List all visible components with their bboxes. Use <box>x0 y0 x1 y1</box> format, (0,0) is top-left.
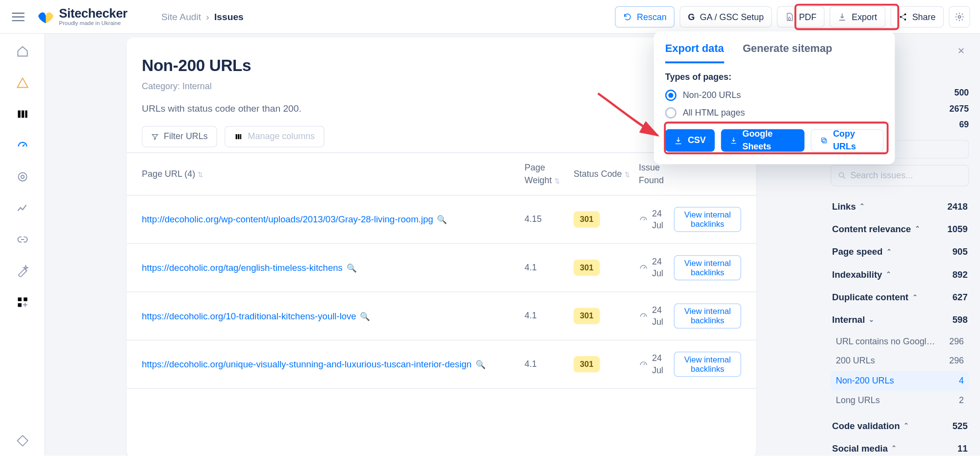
manage-columns-button[interactable]: Manage columns <box>225 126 324 147</box>
sidebar-stat-1: 2675 <box>949 102 969 115</box>
view-internal-backlinks-button[interactable]: View internal backlinks <box>674 255 741 280</box>
download-icon <box>674 136 683 144</box>
search-issues-input[interactable]: Search issues... <box>831 165 969 186</box>
radio-non-200-urls[interactable]: Non-200 URLs <box>665 89 883 101</box>
table-row: http://decoholic.org/wp-content/uploads/… <box>127 196 756 244</box>
issue-group[interactable]: Duplicate content ⌃627 <box>831 286 969 309</box>
columns-icon <box>234 133 243 140</box>
view-internal-backlinks-button[interactable]: View internal backlinks <box>674 304 741 329</box>
table-row: https://decoholic.org/10-traditional-kit… <box>127 292 756 341</box>
issue-group[interactable]: Indexability ⌃892 <box>831 263 969 286</box>
copy-urls-button[interactable]: Copy URLs <box>811 129 883 151</box>
issue-subitem[interactable]: Non-200 URLs4 <box>831 371 969 390</box>
chevron-up-icon: ⌃ <box>891 444 896 453</box>
nav-target-icon[interactable] <box>14 168 31 186</box>
menu-toggle-icon[interactable] <box>10 8 26 24</box>
group-count: 2418 <box>947 200 967 213</box>
download-icon <box>838 12 847 21</box>
issue-group[interactable]: Page speed ⌃905 <box>831 240 969 263</box>
page-category: Category: Internal <box>142 80 741 93</box>
group-count: 905 <box>953 245 968 258</box>
svg-rect-9 <box>18 297 21 301</box>
group-count: 525 <box>953 419 968 432</box>
nav-magic-icon[interactable] <box>14 262 31 280</box>
tab-generate-sitemap[interactable]: Generate sitemap <box>743 41 832 63</box>
inspect-icon[interactable]: 🔍 <box>476 360 485 369</box>
issue-subitem[interactable]: Long URLs2 <box>831 391 969 410</box>
page-url-link[interactable]: https://decoholic.org/10-traditional-kit… <box>142 311 356 321</box>
inspect-icon[interactable]: 🔍 <box>437 215 447 224</box>
inspect-icon[interactable]: 🔍 <box>347 263 356 272</box>
gauge-icon <box>639 263 648 273</box>
issue-found-cell: 24 Jul <box>639 256 674 280</box>
th-page-url[interactable]: Page URL (4)⇅ <box>142 168 525 180</box>
export-button[interactable]: Export <box>829 6 885 27</box>
issue-group[interactable]: Social media ⌃11 <box>831 437 969 456</box>
ga-gsc-setup-button[interactable]: G GA / GSC Setup <box>680 6 772 27</box>
download-icon <box>729 136 737 144</box>
logo[interactable]: Sitechecker Proudly made in Ukraine <box>36 7 127 26</box>
chevron-up-icon: ⌃ <box>915 225 920 234</box>
issue-found-cell: 24 Jul <box>639 352 674 377</box>
svg-rect-11 <box>18 303 21 307</box>
export-popover: Export data Generate sitemap Types of pa… <box>654 31 895 164</box>
pdf-button[interactable]: PDF <box>777 6 825 27</box>
nav-link-icon[interactable] <box>14 231 31 248</box>
svg-point-16 <box>839 172 844 177</box>
nav-dashboard-icon[interactable] <box>14 137 31 154</box>
th-issue-found[interactable]: Issue Found <box>639 162 674 186</box>
pdf-icon <box>785 12 794 21</box>
page-weight-value: 4.1 <box>525 311 537 320</box>
svg-rect-13 <box>236 134 237 139</box>
breadcrumb-separator: › <box>206 10 209 23</box>
export-csv-button[interactable]: CSV <box>665 129 715 151</box>
svg-rect-5 <box>21 110 24 118</box>
svg-rect-18 <box>822 138 826 142</box>
issue-group[interactable]: Internal ⌄598 <box>831 309 969 331</box>
issue-group[interactable]: Links ⌃2418 <box>831 195 969 217</box>
inspect-icon[interactable]: 🔍 <box>360 312 370 321</box>
svg-point-8 <box>21 175 24 178</box>
table-row: https://decoholic.org/unique-visually-st… <box>127 340 756 389</box>
radio-all-html-pages[interactable]: All HTML pages <box>665 107 883 119</box>
rescan-button[interactable]: Rescan <box>615 6 675 27</box>
chevron-up-icon: ⌃ <box>904 421 908 430</box>
breadcrumb-root[interactable]: Site Audit <box>161 10 201 23</box>
view-internal-backlinks-button[interactable]: View internal backlinks <box>674 352 741 377</box>
issue-group[interactable]: Content relevance ⌃1059 <box>831 217 969 240</box>
svg-rect-17 <box>823 139 827 143</box>
nav-diamond-icon[interactable] <box>14 432 31 450</box>
issue-group[interactable]: Code validation ⌃525 <box>831 414 969 437</box>
gauge-icon <box>639 215 648 224</box>
settings-button[interactable] <box>949 6 970 27</box>
view-internal-backlinks-button[interactable]: View internal backlinks <box>674 207 741 232</box>
group-count: 1059 <box>947 223 967 236</box>
sidebar-stat-2: 69 <box>959 119 969 131</box>
tab-export-data[interactable]: Export data <box>665 41 724 63</box>
issue-subitem[interactable]: 200 URLs296 <box>831 351 969 371</box>
nav-apps-icon[interactable] <box>14 293 31 311</box>
nav-home-icon[interactable] <box>14 43 31 60</box>
svg-point-7 <box>18 172 26 181</box>
page-url-link[interactable]: http://decoholic.org/wp-content/uploads/… <box>142 215 433 224</box>
group-count: 892 <box>953 268 968 281</box>
nav-warning-icon[interactable] <box>14 74 31 92</box>
svg-rect-6 <box>25 110 27 118</box>
th-status-code[interactable]: Status Code⇅ <box>574 168 639 180</box>
page-weight-value: 4.1 <box>525 359 537 369</box>
export-google-sheets-button[interactable]: Google Sheets <box>721 129 804 151</box>
nav-columns-icon[interactable] <box>14 105 31 123</box>
close-sidebar-button[interactable]: ✕ <box>954 44 969 59</box>
chevron-up-icon: ⌃ <box>886 247 891 256</box>
svg-point-3 <box>958 15 961 18</box>
page-description: URLs with status code other than 200. <box>142 101 741 115</box>
issue-subitem[interactable]: URL contains no Google Tag M…296 <box>831 332 969 351</box>
chevron-up-icon: ⌃ <box>886 270 891 279</box>
types-of-pages-label: Types of pages: <box>665 71 883 83</box>
page-url-link[interactable]: https://decoholic.org/unique-visually-st… <box>142 359 472 369</box>
th-page-weight[interactable]: Page Weight⇅ <box>525 162 574 186</box>
filter-urls-button[interactable]: Filter URLs <box>142 126 217 147</box>
nav-trend-icon[interactable] <box>14 199 31 217</box>
share-button[interactable]: Share <box>890 6 944 27</box>
page-url-link[interactable]: https://decoholic.org/tag/english-timele… <box>142 263 343 272</box>
